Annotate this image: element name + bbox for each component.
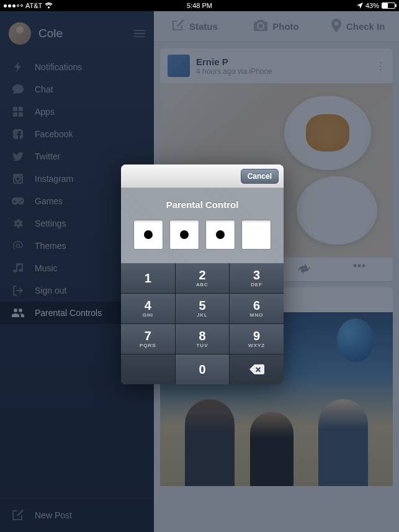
modal-body: Parental Control (121, 188, 284, 263)
status-time: 5:48 PM (187, 2, 212, 9)
pin-digit-2 (169, 220, 199, 250)
keypad-5[interactable]: 5JKL (176, 294, 230, 323)
modal-header: Cancel (121, 165, 284, 188)
keypad-9[interactable]: 9WXYZ (230, 324, 284, 354)
cancel-button[interactable]: Cancel (241, 169, 279, 184)
pin-digit-3 (205, 220, 235, 250)
status-left: AT&T (4, 2, 53, 9)
signal-icon (4, 4, 23, 7)
status-bar: AT&T 5:48 PM 43% (0, 0, 399, 11)
status-right: 43% (357, 2, 395, 9)
pin-input-group (121, 220, 284, 250)
location-icon (357, 2, 363, 9)
carrier-label: AT&T (25, 2, 42, 9)
battery-pct: 43% (365, 2, 379, 9)
keypad-4[interactable]: 4GHI (121, 294, 175, 323)
keypad-8[interactable]: 8TUV (176, 324, 230, 354)
keypad-7[interactable]: 7PQRS (121, 324, 175, 354)
wifi-icon (45, 2, 53, 9)
keypad-0[interactable]: 0 (176, 354, 230, 384)
keypad-2[interactable]: 2ABC (176, 263, 230, 293)
pin-digit-1 (133, 220, 163, 250)
keypad-blank (121, 354, 175, 384)
keypad-1[interactable]: 1 (121, 263, 175, 293)
keypad-6[interactable]: 6MNO (230, 294, 284, 323)
pin-digit-4 (241, 220, 271, 250)
keypad-backspace[interactable] (230, 354, 284, 384)
parental-control-modal: Cancel Parental Control 1 2ABC 3DEF 4GHI… (121, 165, 284, 384)
keypad-3[interactable]: 3DEF (230, 263, 284, 293)
modal-title: Parental Control (121, 199, 284, 210)
keypad: 1 2ABC 3DEF 4GHI 5JKL 6MNO 7PQRS 8TUV 9W… (121, 263, 284, 384)
battery-icon (382, 2, 395, 9)
